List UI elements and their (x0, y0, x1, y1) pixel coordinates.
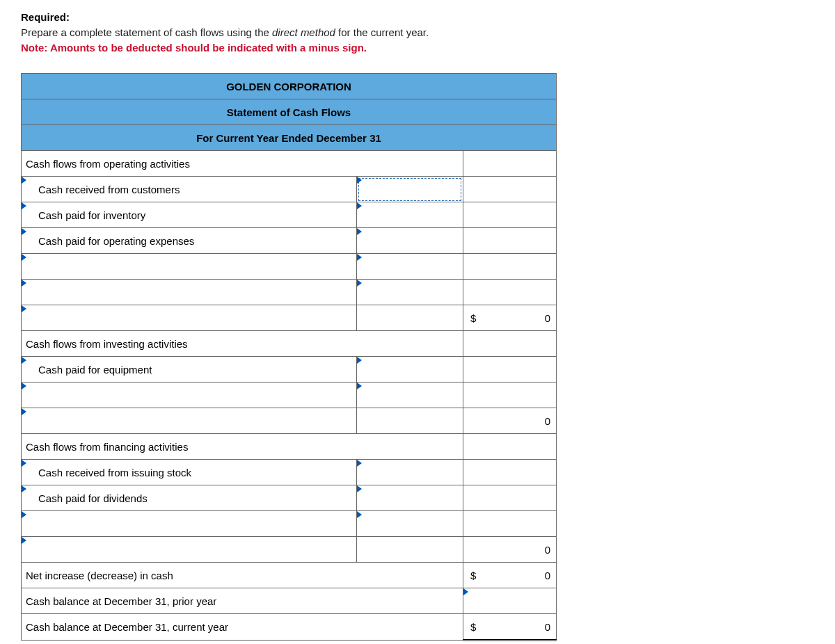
op-item-dropdown[interactable] (22, 280, 357, 305)
header-company: GOLDEN CORPORATION (22, 74, 557, 99)
inv-total-value: 0 (484, 408, 556, 434)
required-label: Required: (21, 11, 70, 23)
blank-cell (463, 202, 484, 228)
op-total-value: 0 (484, 305, 556, 331)
cash-flow-table: GOLDEN CORPORATION Statement of Cash Flo… (21, 73, 557, 641)
blank-cell (484, 434, 556, 460)
prior-year-amount-input-ext[interactable] (484, 588, 556, 614)
inv-item-amount-input[interactable] (357, 357, 463, 383)
blank-cell (484, 383, 556, 408)
op-item-dropdown[interactable] (22, 254, 357, 280)
blank-cell (484, 151, 556, 177)
instruction-text: Prepare a complete statement of cash flo… (21, 25, 814, 40)
op-section-header: Cash flows from operating activities (22, 151, 463, 177)
blank-cell (463, 511, 484, 537)
blank-cell (463, 383, 484, 408)
blank-cell (463, 254, 484, 280)
op-item-amount-input[interactable] (357, 254, 463, 280)
blank-cell (484, 485, 556, 511)
op-item-amount-input[interactable] (357, 202, 463, 228)
dollar-sign: $ (463, 563, 484, 588)
net-increase-value: 0 (484, 563, 556, 588)
fin-item-amount-input[interactable] (357, 460, 463, 485)
prior-year-label: Cash balance at December 31, prior year (22, 588, 463, 614)
instr-part-a: Prepare a complete statement of cash flo… (21, 26, 272, 38)
op-item-dropdown[interactable]: Cash paid for inventory (22, 202, 357, 228)
note-text: Note: Amounts to be deducted should be i… (21, 40, 814, 56)
current-year-value: 0 (484, 614, 556, 641)
op-item-amount-input[interactable] (357, 177, 463, 202)
blank-cell (463, 280, 484, 305)
prior-year-amount-input[interactable] (463, 588, 484, 614)
blank-cell (484, 177, 556, 202)
blank-cell (484, 357, 556, 383)
blank-cell (484, 460, 556, 485)
op-item-dropdown[interactable]: Cash paid for operating expenses (22, 228, 357, 254)
fin-item-dropdown[interactable]: Cash paid for dividends (22, 485, 357, 511)
dollar-sign: $ (463, 614, 484, 641)
blank-cell (357, 408, 463, 434)
op-item-amount-input[interactable] (357, 228, 463, 254)
fin-total-value: 0 (484, 537, 556, 563)
header-title: Statement of Cash Flows (22, 99, 557, 125)
blank-cell (463, 460, 484, 485)
blank-cell (463, 151, 484, 177)
blank-cell (463, 537, 484, 563)
blank-cell (463, 177, 484, 202)
blank-cell (484, 331, 556, 357)
inv-section-header: Cash flows from investing activities (22, 331, 463, 357)
op-item-dropdown[interactable]: Cash received from customers (22, 177, 357, 202)
instr-italic: direct method (272, 26, 335, 38)
blank-cell (463, 357, 484, 383)
inv-subtotal-dropdown[interactable] (22, 408, 357, 434)
instructions-block: Required: Prepare a complete statement o… (21, 10, 814, 55)
blank-cell (463, 408, 484, 434)
fin-item-amount-input[interactable] (357, 511, 463, 537)
inv-item-amount-input[interactable] (357, 383, 463, 408)
blank-cell (463, 434, 484, 460)
fin-item-dropdown[interactable]: Cash received from issuing stock (22, 460, 357, 485)
inv-item-dropdown[interactable]: Cash paid for equipment (22, 357, 357, 383)
blank-cell (357, 305, 463, 331)
op-item-amount-input[interactable] (357, 280, 463, 305)
fin-section-header: Cash flows from financing activities (22, 434, 463, 460)
fin-subtotal-dropdown[interactable] (22, 537, 357, 563)
current-year-label: Cash balance at December 31, current yea… (22, 614, 463, 641)
blank-cell (357, 537, 463, 563)
blank-cell (463, 228, 484, 254)
fin-item-dropdown[interactable] (22, 511, 357, 537)
inv-item-dropdown[interactable] (22, 383, 357, 408)
blank-cell (484, 202, 556, 228)
blank-cell (484, 511, 556, 537)
fin-item-amount-input[interactable] (357, 485, 463, 511)
blank-cell (463, 331, 484, 357)
dollar-sign: $ (463, 305, 484, 331)
blank-cell (484, 254, 556, 280)
net-increase-label: Net increase (decrease) in cash (22, 563, 463, 588)
instr-part-b: for the current year. (335, 26, 429, 38)
blank-cell (463, 485, 484, 511)
blank-cell (484, 228, 556, 254)
blank-cell (484, 280, 556, 305)
op-subtotal-dropdown[interactable] (22, 305, 357, 331)
header-period: For Current Year Ended December 31 (22, 125, 557, 151)
